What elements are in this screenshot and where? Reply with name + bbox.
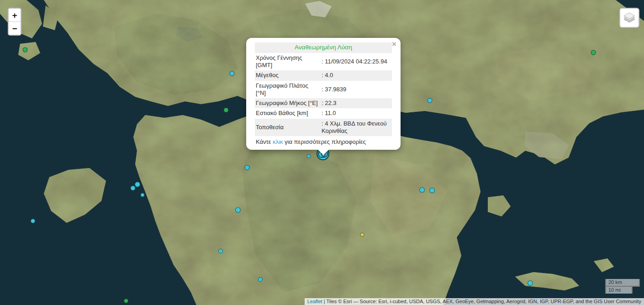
scale-control: 20 km 10 mi [605, 279, 640, 294]
earthquake-marker-cyan[interactable] [419, 187, 425, 193]
layers-icon [623, 11, 636, 24]
row-label: Γεωγραφικό Πλάτος [°N] [255, 81, 321, 99]
row-label: Χρόνος Γέννησης [GMT] [255, 53, 321, 71]
footer-suffix: για περισσότερες πληροφορίες [283, 138, 366, 145]
table-row-magnitude: Μέγεθος : 4.0 [255, 70, 392, 80]
attribution-text: Tiles © Esri — Source: Esri, i-cubed, US… [326, 299, 641, 304]
table-row-depth: Εστιακό Βάθος [km] : 11.0 [255, 108, 392, 118]
earthquake-marker-cyan[interactable] [245, 165, 250, 170]
table-row-origin-time: Χρόνος Γέννησης [GMT] : 11/09/2024 04:22… [255, 53, 392, 71]
earthquake-marker-cyan[interactable] [429, 188, 435, 193]
attribution-bar: Leaflet | Tiles © Esri — Source: Esri, i… [305, 298, 644, 305]
earthquake-marker-green[interactable] [124, 299, 128, 303]
earthquake-marker-cyan[interactable] [528, 280, 533, 286]
layers-control-button[interactable] [619, 8, 639, 28]
table-row-longitude: Γεωγραφικό Μήκος [°E] : 22.3 [255, 98, 392, 108]
earthquake-marker-cyan[interactable] [258, 277, 263, 282]
earthquake-marker-cyan[interactable] [230, 71, 235, 76]
earthquake-marker-cyan[interactable] [307, 154, 311, 158]
row-label: Μέγεθος [255, 70, 321, 80]
row-value: : 11.0 [321, 108, 392, 118]
zoom-control: + − [8, 8, 21, 36]
scale-mi: 10 mi [605, 286, 633, 294]
row-value: : 37.9839 [321, 81, 392, 99]
earthquake-info-table: Αναθεωρημένη Λύση Χρόνος Γέννησης [GMT] … [255, 42, 392, 136]
table-row-latitude: Γεωγραφικό Πλάτος [°N] : 37.9839 [255, 81, 392, 99]
more-info-link[interactable]: κλικ [273, 138, 283, 145]
popup-title: Αναθεωρημένη Λύση [255, 42, 392, 53]
earthquake-marker-cyan[interactable] [218, 249, 223, 253]
leaflet-map[interactable]: + − × Αναθεωρημένη Λύση Χρόνος Γέννησης … [0, 0, 644, 305]
table-row-location: Τοποθεσία : 4 Χλμ. ΒΒΔ του Φενεού Κορινθ… [255, 119, 392, 137]
earthquake-marker-cyan[interactable] [135, 182, 140, 187]
earthquake-popup: × Αναθεωρημένη Λύση Χρόνος Γέννησης [GMT… [246, 38, 401, 150]
row-value: : 22.3 [321, 98, 392, 108]
earthquake-marker-yellow[interactable] [360, 233, 364, 237]
leaflet-link[interactable]: Leaflet [307, 299, 322, 304]
earthquake-marker-green[interactable] [224, 108, 229, 113]
row-value: : 4.0 [321, 70, 392, 80]
row-label: Εστιακό Βάθος [km] [255, 108, 321, 118]
earthquake-marker-cyan[interactable] [235, 207, 241, 213]
row-value: : 4 Χλμ. ΒΒΔ του Φενεού Κορινθίας [321, 119, 392, 137]
footer-prefix: Κάντε [256, 138, 273, 145]
earthquake-marker-cyan[interactable] [428, 98, 433, 103]
row-label: Τοποθεσία [255, 119, 321, 137]
earthquake-marker-cyan[interactable] [141, 193, 145, 197]
earthquake-marker-cyan[interactable] [131, 186, 136, 191]
row-label: Γεωγραφικό Μήκος [°E] [255, 98, 321, 108]
zoom-out-button[interactable]: − [9, 22, 21, 35]
row-value: : 11/09/2024 04:22:25.94 [321, 53, 392, 71]
earthquake-marker-green[interactable] [591, 50, 596, 55]
popup-close-button[interactable]: × [392, 40, 396, 48]
earthquake-marker-cyan[interactable] [31, 219, 35, 223]
earthquake-marker-green[interactable] [23, 47, 28, 53]
zoom-in-button[interactable]: + [9, 9, 21, 22]
